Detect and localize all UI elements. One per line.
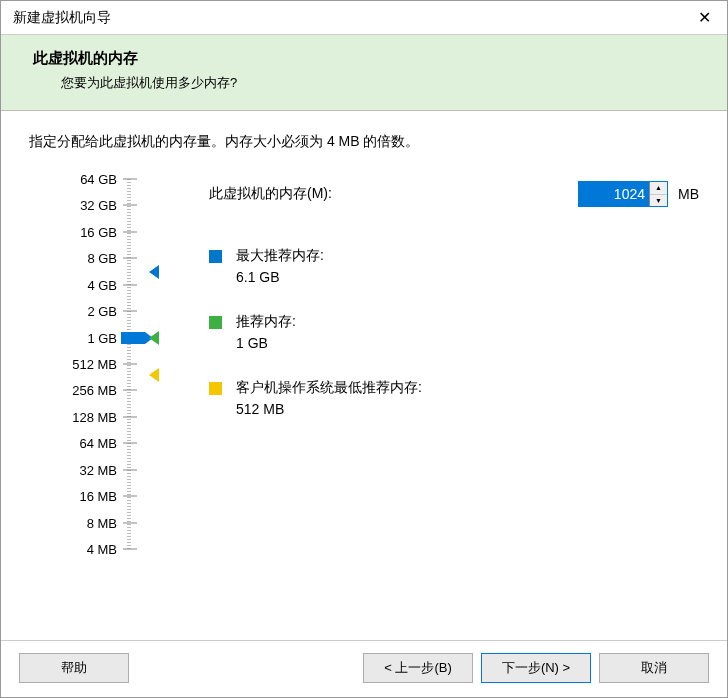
legend-minimum: 客户机操作系统最低推荐内存: 512 MB [209,379,699,417]
pointer-recommended-icon [149,331,159,345]
header-subtitle: 您要为此虚拟机使用多少内存? [61,74,707,92]
slider-tick-mark [123,443,137,444]
slider-tick-label: 16 GB [57,224,117,239]
slider-tick-label: 8 GB [57,251,117,266]
slider-tick-label: 16 MB [57,489,117,504]
slider-tick-label: 512 MB [57,357,117,372]
slider-tick-mark [123,496,137,497]
legend-rec-title: 推荐内存: [236,313,296,331]
slider-tick-mark [123,258,137,259]
slider-tick-label: 32 MB [57,462,117,477]
pointer-min-icon [149,368,159,382]
legend-min-title: 客户机操作系统最低推荐内存: [236,379,422,397]
memory-spinbox[interactable]: ▲ ▼ [578,181,668,207]
slider-tick-label: 4 GB [57,277,117,292]
close-icon[interactable]: ✕ [681,1,727,35]
spin-up-icon[interactable]: ▲ [650,182,667,195]
cancel-button[interactable]: 取消 [599,653,709,683]
slider-tick-mark [123,231,137,232]
legend-max: 最大推荐内存: 6.1 GB [209,247,699,285]
window-title: 新建虚拟机向导 [13,9,111,27]
memory-slider[interactable]: 64 GB32 GB16 GB8 GB4 GB2 GB1 GB512 MB256… [29,179,179,549]
wizard-footer: 帮助 < 上一步(B) 下一步(N) > 取消 [1,640,727,697]
slider-tick-mark [123,179,137,180]
slider-tick-mark [123,311,137,312]
slider-tick-mark [123,469,137,470]
square-icon [209,316,222,329]
header-title: 此虚拟机的内存 [33,49,707,68]
slider-tick-label: 8 MB [57,515,117,530]
square-icon [209,250,222,263]
slider-tick-label: 128 MB [57,409,117,424]
slider-tick-label: 256 MB [57,383,117,398]
pointer-max-icon [149,265,159,279]
next-button[interactable]: 下一步(N) > [481,653,591,683]
slider-tick-mark [123,549,137,550]
slider-tick-mark [123,416,137,417]
slider-tick-mark [123,364,137,365]
slider-tick-mark [123,205,137,206]
slider-tick-mark [123,390,137,391]
instruction-text: 指定分配给此虚拟机的内存量。内存大小必须为 4 MB 的倍数。 [29,133,699,151]
legend-max-title: 最大推荐内存: [236,247,324,265]
slider-tick-label: 32 GB [57,198,117,213]
spin-down-icon[interactable]: ▼ [650,195,667,207]
titlebar: 新建虚拟机向导 ✕ [1,1,727,35]
help-button[interactable]: 帮助 [19,653,129,683]
legend-recommended: 推荐内存: 1 GB [209,313,699,351]
wizard-dialog: 新建虚拟机向导 ✕ 此虚拟机的内存 您要为此虚拟机使用多少内存? 指定分配给此虚… [0,0,728,698]
wizard-body: 指定分配给此虚拟机的内存量。内存大小必须为 4 MB 的倍数。 64 GB32 … [1,111,727,640]
slider-tick-label: 64 GB [57,172,117,187]
slider-thumb[interactable] [121,332,145,344]
slider-tick-label: 1 GB [57,330,117,345]
legend-rec-value: 1 GB [236,335,296,351]
memory-input[interactable] [579,182,649,206]
back-button[interactable]: < 上一步(B) [363,653,473,683]
slider-tick-mark [123,284,137,285]
memory-info: 此虚拟机的内存(M): ▲ ▼ MB 最大推荐内存: 6.1 GB [179,179,699,445]
legend-max-value: 6.1 GB [236,269,324,285]
slider-tick-mark [123,522,137,523]
memory-unit: MB [678,186,699,202]
legend-min-value: 512 MB [236,401,422,417]
slider-tick-label: 4 MB [57,542,117,557]
memory-label: 此虚拟机的内存(M): [209,185,578,203]
square-icon [209,382,222,395]
slider-tick-label: 2 GB [57,304,117,319]
wizard-header: 此虚拟机的内存 您要为此虚拟机使用多少内存? [1,35,727,111]
slider-tick-label: 64 MB [57,436,117,451]
